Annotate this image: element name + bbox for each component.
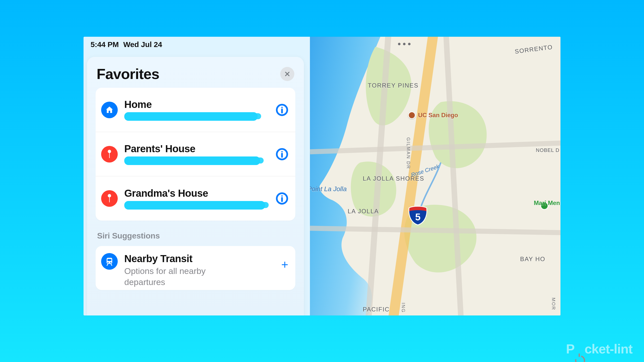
suggestion-subtitle: Options for all nearby departures (124, 265, 230, 288)
info-button[interactable] (276, 148, 288, 160)
info-icon (276, 148, 288, 160)
svg-point-12 (110, 262, 111, 263)
favorite-text: Grandma's House (124, 188, 269, 210)
svg-point-5 (281, 151, 283, 152)
svg-rect-13 (107, 259, 111, 261)
map-label-bayho: BAY HO (520, 256, 545, 263)
favorite-row-parents[interactable]: Parents' House (96, 132, 295, 176)
suggestion-row-transit[interactable]: Nearby Transit Options for all nearby de… (96, 246, 295, 290)
suggestion-card: Nearby Transit Options for all nearby de… (96, 246, 295, 290)
home-icon (101, 102, 118, 118)
road-generic (310, 141, 560, 154)
status-date: Wed Jul 24 (123, 40, 162, 49)
interstate-shield: 5 (408, 205, 428, 225)
info-icon (276, 104, 288, 116)
road-generic (443, 37, 464, 315)
map-label-marian: Mari Men (534, 200, 560, 206)
close-icon (284, 71, 290, 77)
map-label-pacific: PACIFIC (363, 306, 390, 313)
status-bar: 5:44 PM Wed Jul 24 (91, 40, 162, 49)
svg-rect-7 (109, 197, 110, 202)
panel-header: Favorites (96, 64, 295, 88)
pin-icon (101, 146, 118, 163)
redacted-address (124, 156, 260, 165)
map-label-sorrento: SORRENTO (514, 44, 553, 55)
favorite-label: Grandma's House (124, 188, 269, 199)
favorite-label: Home (124, 99, 269, 110)
suggestion-text: Nearby Transit Options for all nearby de… (124, 253, 230, 288)
close-button[interactable] (280, 67, 294, 81)
map-label-torrey: TORREY PINES (368, 82, 419, 89)
map-label-morena: MOR (551, 298, 556, 310)
interstate-number: 5 (415, 212, 420, 222)
map-options-button[interactable] (398, 43, 411, 45)
favorites-list: Home Parents' House (96, 88, 295, 221)
favorite-row-home[interactable]: Home (96, 88, 295, 132)
info-icon (276, 192, 288, 205)
map-label-point-la-jolla: Point La Jolla (310, 185, 347, 193)
svg-point-1 (281, 107, 283, 108)
transit-icon (101, 253, 118, 270)
map-label-ucsd: UC San Diego (418, 112, 458, 119)
favorite-label: Parents' House (124, 143, 269, 154)
map-label-nobel: NOBEL D (536, 147, 559, 153)
poi-dot-ucsd[interactable] (408, 111, 416, 119)
svg-point-11 (107, 262, 109, 263)
map-label-lajolla: LA JOLLA (348, 208, 379, 215)
map-label-gilman: GILMAN DR (406, 137, 411, 169)
redacted-address (124, 112, 258, 121)
svg-point-9 (281, 195, 283, 196)
coastline (310, 37, 560, 315)
favorite-text: Parents' House (124, 143, 269, 165)
favorite-row-grandma[interactable]: Grandma's House (96, 176, 295, 221)
favorites-panel: Favorites Home (87, 57, 304, 315)
status-time: 5:44 PM (91, 40, 119, 49)
panel-title: Favorites (97, 65, 159, 82)
map-canvas[interactable]: SORRENTO TORREY PINES UC San Diego NOBEL… (310, 37, 560, 315)
suggestion-title: Nearby Transit (124, 253, 230, 264)
section-label-siri: Siri Suggestions (96, 221, 295, 246)
map-label-ingraham: ING (400, 303, 406, 313)
road-generic (310, 226, 560, 235)
map-label-lajolla-shores: LA JOLLA SHORES (363, 175, 424, 182)
favorite-text: Home (124, 99, 269, 121)
watermark: Pcket-lint (566, 341, 632, 356)
app-window: 5:44 PM Wed Jul 24 Favorites Home (84, 37, 560, 315)
info-button[interactable] (276, 192, 288, 205)
info-button[interactable] (276, 104, 288, 116)
redacted-address (124, 201, 265, 210)
add-suggestion-button[interactable]: + (281, 258, 288, 271)
pin-icon (101, 190, 118, 207)
svg-rect-3 (109, 152, 110, 158)
